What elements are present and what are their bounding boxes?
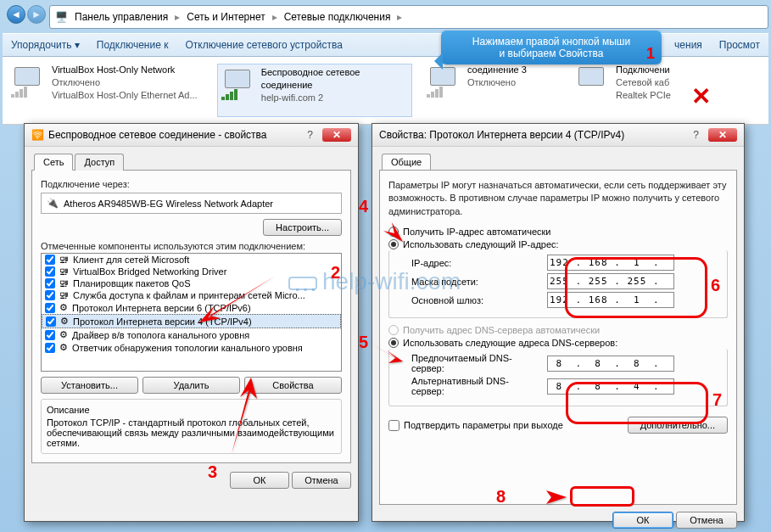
toolbar-disable[interactable]: Отключение сетевого устройства xyxy=(185,39,342,51)
description-box: Описание Протокол TCP/IP - стандартный п… xyxy=(41,399,342,454)
adapter-icon: 🔌 xyxy=(47,198,59,209)
tab-access[interactable]: Доступ xyxy=(75,154,124,171)
dlg2-cancel-button[interactable]: Отмена xyxy=(676,512,737,529)
dlg1-title: Беспроводное сетевое соединение - свойст… xyxy=(48,129,267,141)
dns1-input[interactable] xyxy=(547,356,674,372)
radio-auto-dns xyxy=(388,325,399,335)
arrow-3 xyxy=(219,373,270,460)
toolbar-organize[interactable]: Упорядочить ▾ xyxy=(11,39,80,51)
components-label: Отмеченные компоненты используются этим … xyxy=(41,241,342,251)
install-button[interactable]: Установить... xyxy=(41,377,138,394)
annotation-3: 3 xyxy=(208,462,217,482)
annotation-7: 7 xyxy=(712,390,722,410)
annotation-6: 6 xyxy=(711,276,720,295)
bc-l2[interactable]: Сеть и Интернет xyxy=(187,11,265,23)
callout-tip: Нажимаем правой кнопкой мыши и выбираем … xyxy=(441,31,662,64)
conn-3[interactable]: соединение 3 Отключено xyxy=(425,64,561,117)
toolbar-view[interactable]: Просмот xyxy=(719,39,760,51)
dlg1-ok-button[interactable]: ОК xyxy=(230,472,289,489)
connections-list: VirtualBox Host-Only Network Отключено V… xyxy=(3,57,768,125)
annotation-2: 2 xyxy=(331,263,340,283)
arrow-4 xyxy=(365,204,407,248)
arrow-8 xyxy=(509,487,568,509)
nav-fwd[interactable]: ► xyxy=(27,5,46,24)
close-button[interactable]: ✕ xyxy=(708,128,737,142)
tab-network[interactable]: Сеть xyxy=(34,154,73,171)
configure-button[interactable]: Настроить... xyxy=(263,219,342,236)
bc-root[interactable]: Панель управления xyxy=(75,11,168,23)
close-button[interactable]: ✕ xyxy=(322,128,351,142)
toolbar-connect[interactable]: Подключение к xyxy=(97,39,169,51)
annotation-4: 4 xyxy=(359,197,368,216)
nav-back[interactable]: ◄ xyxy=(7,5,25,24)
wifi-icon: 🛜 xyxy=(31,129,44,141)
breadcrumb[interactable]: 🖥️ Панель управления ▸ Сеть и Интернет ▸… xyxy=(49,5,768,29)
oval-7 xyxy=(566,382,708,424)
toolbar-diag[interactable]: чения xyxy=(674,39,702,51)
annotation-8: 8 xyxy=(496,487,506,507)
arrow-5 xyxy=(365,338,407,373)
conn-vbox[interactable]: VirtualBox Host-Only Network Отключено V… xyxy=(9,64,204,117)
adapter-box: 🔌 Atheros AR9485WB-EG Wireless Network A… xyxy=(41,193,342,214)
annotation-5: 5 xyxy=(359,333,368,352)
connect-via-label: Подключение через: xyxy=(41,179,342,189)
dialog-tcpip-properties: Свойства: Протокол Интернета версии 4 (T… xyxy=(372,123,745,522)
conn-lan[interactable]: Подключени Сетевой каб Realtek PCIe xyxy=(573,64,684,117)
dlg1-cancel-button[interactable]: Отмена xyxy=(292,472,351,489)
oval-8 xyxy=(570,486,634,507)
conn-wifi[interactable]: Беспроводное сетевое соединение help-wif… xyxy=(217,64,412,117)
help-button[interactable]: ? xyxy=(688,127,704,143)
dlg2-title: Свойства: Протокол Интернета версии 4 (T… xyxy=(379,129,624,141)
arrow-2 xyxy=(191,272,284,333)
info-text: Параметры IP могут назначаться автоматич… xyxy=(388,179,728,218)
validate-checkbox[interactable] xyxy=(388,420,399,431)
red-x-icon: ✕ xyxy=(691,82,711,110)
help-button[interactable]: ? xyxy=(302,127,318,143)
dlg2-ok-button[interactable]: ОК xyxy=(612,512,673,529)
bc-l3[interactable]: Сетевые подключения xyxy=(284,11,391,23)
computer-icon: 🖥️ xyxy=(55,11,68,23)
tab-general[interactable]: Общие xyxy=(382,154,431,171)
oval-6 xyxy=(565,257,707,318)
